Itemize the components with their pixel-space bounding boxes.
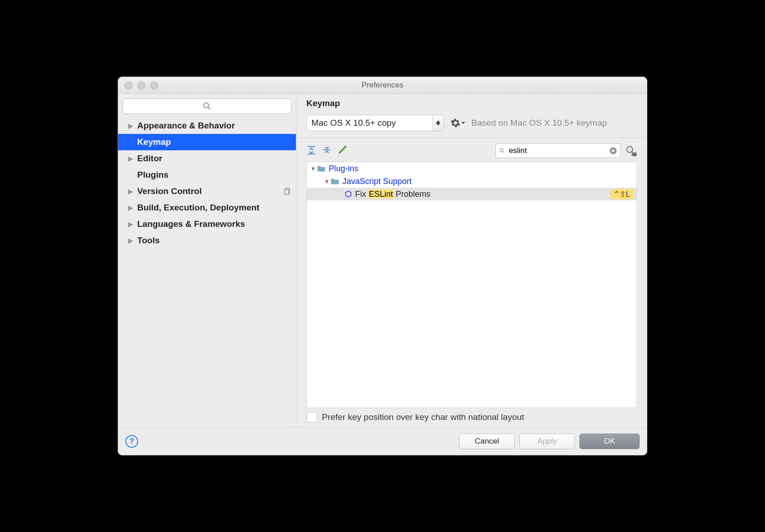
sidebar-item-keymap[interactable]: Keymap [118, 134, 296, 150]
tree-node-javascript-support[interactable]: ▼ JavaScript Support [307, 175, 636, 188]
content-area: ▶Appearance & BehaviorKeymap▶EditorPlugi… [118, 94, 647, 427]
svg-rect-3 [284, 189, 289, 194]
sidebar-item-build-execution-deployment[interactable]: ▶Build, Execution, Deployment [118, 200, 296, 216]
chevron-right-icon: ▶ [128, 220, 135, 228]
sidebar-search-wrap [118, 94, 296, 117]
keymap-toolbar [296, 138, 647, 158]
sidebar-item-appearance-behavior[interactable]: ▶Appearance & Behavior [118, 118, 296, 134]
sidebar-nav: ▶Appearance & BehaviorKeymap▶EditorPlugi… [118, 118, 296, 427]
window-title: Preferences [362, 81, 403, 90]
keymap-filter-text[interactable] [508, 146, 606, 156]
sidebar-item-label: Plugins [137, 170, 291, 180]
expand-arrow-icon[interactable]: ▼ [323, 178, 331, 185]
sidebar-search-input[interactable] [123, 98, 291, 114]
based-on-label: Based on Mac OS X 10.5+ keymap [471, 118, 607, 128]
folder-icon [331, 178, 340, 185]
sidebar-item-plugins[interactable]: Plugins [118, 167, 296, 183]
national-layout-label: Prefer key position over key char with n… [322, 412, 524, 422]
pencil-icon [337, 145, 347, 155]
expand-arrow-icon[interactable]: ▼ [310, 165, 317, 172]
help-icon: ? [129, 437, 134, 446]
dropdown-toggle-button[interactable] [432, 115, 444, 131]
sidebar-item-tools[interactable]: ▶Tools [118, 232, 296, 249]
collapse-all-icon [322, 145, 332, 155]
edit-shortcut-button[interactable] [337, 145, 347, 157]
svg-rect-18 [633, 153, 634, 154]
clear-icon [609, 147, 617, 155]
national-layout-checkbox[interactable] [306, 412, 317, 423]
ok-button[interactable]: OK [579, 434, 640, 449]
svg-rect-21 [633, 154, 636, 155]
help-button[interactable]: ? [125, 435, 138, 448]
svg-point-15 [627, 147, 633, 153]
gear-icon [450, 118, 460, 128]
expand-all-icon [306, 145, 316, 155]
tree-action-fix-eslint-problems[interactable]: Fix ESLint Problems ⌃⇧L [307, 188, 636, 200]
main-panel: Keymap Mac OS X 10.5+ copy Based on Mac … [296, 94, 647, 427]
collapse-all-button[interactable] [322, 145, 332, 157]
sidebar-item-version-control[interactable]: ▶Version Control [118, 183, 296, 200]
shortcut-badge: ⌃⇧L [610, 189, 633, 199]
chevron-right-icon: ▶ [128, 155, 135, 162]
cancel-button[interactable]: Cancel [459, 434, 515, 449]
svg-line-11 [503, 152, 504, 153]
tree-content: ▼ Plug-ins ▼ JavaScript Support [307, 162, 636, 200]
keymap-scheme-value: Mac OS X 10.5+ copy [307, 118, 432, 128]
keymap-actions-button[interactable] [450, 118, 465, 128]
apply-button[interactable]: Apply [519, 434, 575, 449]
sidebar-item-label: Editor [137, 153, 291, 164]
copy-profile-icon [283, 187, 291, 195]
keymap-tree[interactable]: ▼ Plug-ins ▼ JavaScript Support [306, 162, 637, 408]
sidebar-item-label: Version Control [137, 186, 283, 196]
tree-node-plugins[interactable]: ▼ Plug-ins [307, 162, 636, 175]
copy-profile-button[interactable] [283, 187, 291, 195]
national-layout-option: Prefer key position over key char with n… [296, 408, 647, 423]
chevron-down-icon [436, 123, 440, 126]
dialog-footer: ? Cancel Apply OK [118, 427, 647, 455]
svg-rect-20 [635, 153, 636, 154]
svg-marker-6 [461, 122, 465, 124]
find-by-shortcut-button[interactable] [625, 145, 637, 157]
keymap-scheme-row: Mac OS X 10.5+ copy Based on Mac OS X 10… [296, 110, 647, 138]
tree-action-label: Fix ESLint Problems [355, 189, 430, 199]
window-zoom-button[interactable] [150, 82, 158, 90]
sidebar-item-label: Languages & Frameworks [137, 219, 291, 229]
sidebar-item-editor[interactable]: ▶Editor [118, 150, 296, 167]
svg-point-0 [204, 103, 209, 108]
action-icon [344, 190, 352, 198]
page-title: Keymap [296, 94, 647, 110]
sidebar-item-label: Appearance & Behavior [137, 121, 291, 131]
window-close-button[interactable] [124, 82, 133, 90]
sidebar-item-label: Tools [137, 235, 291, 246]
sidebar-item-label: Keymap [137, 137, 291, 147]
chevron-right-icon: ▶ [128, 204, 135, 211]
chevron-down-icon [461, 122, 465, 124]
svg-line-1 [208, 107, 211, 110]
window-controls [124, 82, 158, 90]
sidebar-item-label: Build, Execution, Deployment [137, 203, 291, 213]
folder-icon [317, 165, 326, 172]
clear-filter-button[interactable] [609, 147, 617, 155]
search-icon [499, 147, 505, 154]
tree-node-label: JavaScript Support [342, 177, 412, 186]
chevron-right-icon: ▶ [128, 122, 135, 129]
chevron-right-icon: ▶ [128, 237, 135, 244]
svg-rect-19 [634, 153, 635, 154]
svg-point-10 [500, 148, 503, 152]
preferences-window: Preferences ▶Appearance & BehaviorKeymap… [118, 77, 647, 455]
window-minimize-button[interactable] [137, 82, 145, 90]
chevron-right-icon: ▶ [128, 188, 135, 195]
keymap-scheme-dropdown[interactable]: Mac OS X 10.5+ copy [306, 115, 444, 131]
toolbar-left [306, 145, 491, 157]
find-shortcut-icon [625, 145, 637, 157]
svg-marker-5 [436, 123, 440, 126]
keymap-filter-input[interactable] [496, 143, 620, 158]
search-icon [202, 101, 212, 111]
sidebar-item-languages-frameworks[interactable]: ▶Languages & Frameworks [118, 216, 296, 232]
tree-node-label: Plug-ins [329, 164, 358, 174]
titlebar: Preferences [118, 77, 647, 94]
sidebar: ▶Appearance & BehaviorKeymap▶EditorPlugi… [118, 94, 296, 427]
expand-all-button[interactable] [306, 145, 316, 157]
